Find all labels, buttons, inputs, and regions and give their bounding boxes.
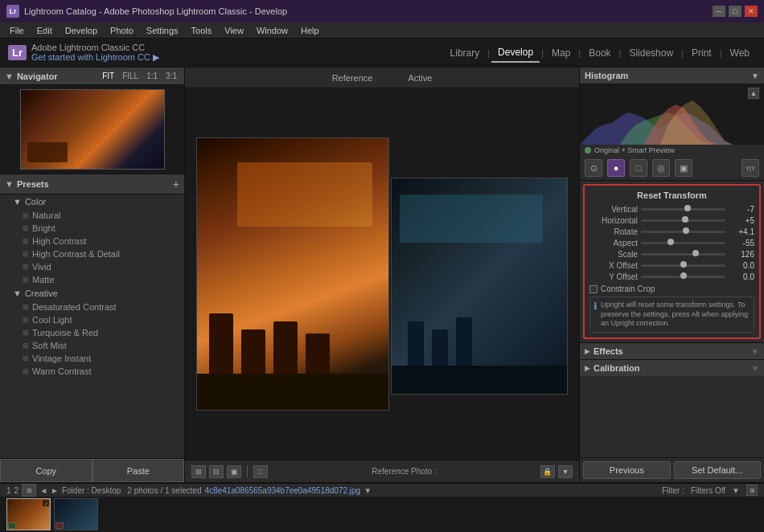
yoffset-thumb[interactable] <box>680 272 687 279</box>
preset-matte[interactable]: Matte <box>0 273 184 286</box>
xoffset-thumb[interactable] <box>680 261 687 268</box>
menu-file[interactable]: File <box>3 23 31 38</box>
zoom-fit[interactable]: FIT <box>100 71 117 81</box>
aspect-slider[interactable] <box>641 242 725 244</box>
reference-label: Reference <box>322 72 383 84</box>
lr-cta[interactable]: Get started with Lightroom CC ▶ <box>31 52 159 63</box>
transform-tool[interactable]: ● <box>607 159 625 177</box>
rotate-slider[interactable] <box>641 231 725 233</box>
ref-photo-label: Reference Photo : <box>372 467 437 476</box>
zoom-1-1[interactable]: 1:1 <box>144 71 160 81</box>
histogram-collapse[interactable]: ▼ <box>751 72 759 80</box>
set-default-button[interactable]: Set Default... <box>674 461 762 479</box>
preset-high-contrast[interactable]: High Contrast <box>0 235 184 248</box>
horizontal-thumb[interactable] <box>682 216 688 223</box>
presets-panel: ▼ Presets + ▼ Color Natural Bright High … <box>0 174 184 458</box>
preset-bright[interactable]: Bright <box>0 222 184 235</box>
menu-window[interactable]: Window <box>250 23 294 38</box>
module-print[interactable]: Print <box>685 44 718 62</box>
menu-develop[interactable]: Develop <box>59 23 104 38</box>
loupe-button[interactable]: □ <box>253 465 268 478</box>
effects-panel-header[interactable]: ▶ Effects ▼ <box>580 342 764 359</box>
ref-dropdown[interactable]: ▼ <box>558 465 573 478</box>
thumb-2[interactable] <box>54 498 98 530</box>
right-panel: Histogram ▼ ▲ <box>579 68 764 482</box>
preset-cool-light[interactable]: Cool Light <box>0 313 184 326</box>
menu-tools[interactable]: Tools <box>185 23 219 38</box>
menu-photo[interactable]: Photo <box>104 23 140 38</box>
preset-vintage-instant[interactable]: Vintage Instant <box>0 352 184 365</box>
grid-nav-button[interactable]: ⊞ <box>22 484 36 497</box>
main-image-active <box>391 178 568 395</box>
thumb-1[interactable]: ✓ <box>6 498 51 530</box>
zoom-3-1[interactable]: 3:1 <box>163 71 179 81</box>
rotate-thumb[interactable] <box>683 227 689 234</box>
preset-warm-contrast[interactable]: Warm Contrast <box>0 365 184 378</box>
zoom-options: FIT FILL 1:1 3:1 <box>100 71 179 81</box>
lock-button[interactable]: 🔒 <box>540 465 555 478</box>
preset-soft-mist[interactable]: Soft Mist <box>0 339 184 352</box>
scale-thumb[interactable] <box>692 250 699 256</box>
aspect-label: Aspect <box>589 239 638 248</box>
maximize-button[interactable]: □ <box>729 6 741 17</box>
preset-high-contrast-detail[interactable]: High Contrast & Detail <box>0 248 184 260</box>
menu-settings[interactable]: Settings <box>140 23 185 38</box>
filmstrip-bar: ⊞ ⊟ ▣ □ Reference Photo : 🔒 ▼ <box>185 460 579 482</box>
crop-tool[interactable]: ⊙ <box>585 159 602 177</box>
histogram-up-arrow[interactable]: ▲ <box>748 88 759 99</box>
module-web[interactable]: Web <box>724 44 756 62</box>
calibration-panel-header[interactable]: ▶ Calibration ▼ <box>580 359 764 376</box>
aspect-thumb[interactable] <box>667 239 674 245</box>
lr-badge: Lr <box>8 45 27 60</box>
left-panel: ▼ Navigator FIT FILL 1:1 3:1 <box>0 68 185 482</box>
menu-help[interactable]: Help <box>294 23 326 38</box>
filmstrip-next-arrow[interactable]: ► <box>51 486 59 495</box>
preset-natural[interactable]: Natural <box>0 209 184 222</box>
module-map[interactable]: Map <box>545 44 577 62</box>
vertical-thumb[interactable] <box>684 205 691 211</box>
transform-row-scale: Scale 126 <box>589 250 754 259</box>
minimize-button[interactable]: ─ <box>713 6 725 17</box>
module-slideshow[interactable]: Slideshow <box>622 44 680 62</box>
lr-subtitle: Adobe Lightroom Classic CC <box>31 43 159 52</box>
menu-bar: File Edit Develop Photo Settings Tools V… <box>0 23 764 39</box>
transform-row-vertical: Vertical -7 <box>589 205 754 214</box>
module-develop[interactable]: Develop <box>491 43 540 63</box>
preview-indicator <box>585 147 591 153</box>
preset-turquoise-red[interactable]: Turquoise & Red <box>0 326 184 339</box>
survey-button[interactable]: ▣ <box>227 465 241 478</box>
preset-vivid[interactable]: Vivid <box>0 260 184 273</box>
filename-dropdown[interactable]: ▼ <box>364 486 372 495</box>
yoffset-slider[interactable] <box>641 276 725 278</box>
copy-button[interactable]: Copy <box>0 459 92 482</box>
menu-view[interactable]: View <box>218 23 250 38</box>
module-library[interactable]: Library <box>444 44 487 62</box>
horizontal-slider[interactable] <box>641 219 725 222</box>
before-after-icon[interactable]: Y|Y <box>741 159 759 177</box>
paste-button[interactable]: Paste <box>92 459 185 482</box>
scale-slider[interactable] <box>641 253 725 256</box>
filter-dropdown[interactable]: ▼ <box>732 486 740 495</box>
compare-button[interactable]: ⊟ <box>209 465 224 478</box>
spot-removal-tool[interactable]: □ <box>630 159 647 177</box>
zoom-fill[interactable]: FILL <box>120 71 141 81</box>
filter-settings-button[interactable]: ⊞ <box>746 485 758 496</box>
previous-button[interactable]: Previous <box>583 461 671 479</box>
module-book[interactable]: Book <box>582 44 617 62</box>
constrain-checkbox[interactable] <box>589 285 598 293</box>
red-eye-tool[interactable]: ◎ <box>652 159 670 177</box>
grid-view-button[interactable]: ⊞ <box>191 465 206 478</box>
preset-desaturated-contrast[interactable]: Desaturated Contrast <box>0 301 184 313</box>
add-preset-button[interactable]: + <box>173 178 179 190</box>
graduated-filter-tool[interactable]: ▣ <box>675 159 692 177</box>
menu-edit[interactable]: Edit <box>31 23 59 38</box>
filmstrip-prev-arrow[interactable]: ◄ <box>39 486 47 495</box>
vertical-slider[interactable] <box>641 208 725 211</box>
image-area <box>185 88 579 460</box>
xoffset-label: X Offset <box>589 261 638 270</box>
preset-group-color-header[interactable]: ▼ Color <box>0 194 184 209</box>
filter-label: Filter : <box>662 486 684 495</box>
close-button[interactable]: ✕ <box>745 6 758 17</box>
xoffset-slider[interactable] <box>641 264 725 267</box>
preset-group-creative-header[interactable]: ▼ Creative <box>0 286 184 301</box>
